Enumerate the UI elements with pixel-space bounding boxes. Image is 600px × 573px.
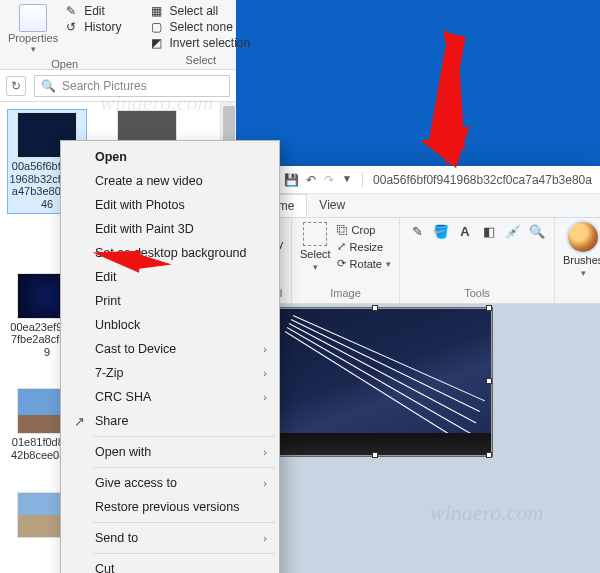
menu-edit-paint3d[interactable]: Edit with Paint 3D (63, 217, 277, 241)
history-button[interactable]: ↺History (66, 20, 121, 34)
search-icon: 🔍 (41, 79, 56, 93)
resize-icon: ⤢ (337, 240, 346, 253)
properties-icon (19, 4, 47, 32)
eyedropper-tool-icon[interactable]: 💉 (504, 222, 522, 240)
properties-label: Properties (8, 32, 58, 44)
menu-7zip[interactable]: 7-Zip› (63, 361, 277, 385)
menu-divider (93, 467, 275, 468)
select-all-button[interactable]: ▦Select all (151, 4, 250, 18)
search-placeholder: Search Pictures (62, 79, 147, 93)
pencil-tool-icon[interactable]: ✎ (408, 222, 426, 240)
chevron-right-icon: › (263, 367, 267, 379)
menu-open-with[interactable]: Open with› (63, 440, 277, 464)
paint-image[interactable] (262, 308, 492, 456)
fill-tool-icon[interactable]: 🪣 (432, 222, 450, 240)
invert-selection-button[interactable]: ◩Invert selection (151, 36, 250, 50)
menu-send-to[interactable]: Send to› (63, 526, 277, 550)
search-input[interactable]: 🔍 Search Pictures (34, 75, 230, 97)
menu-cut[interactable]: Cut (63, 557, 277, 573)
resize-handle[interactable] (486, 452, 492, 458)
redo-icon[interactable]: ↷ (324, 173, 334, 187)
pencil-icon: ✎ (66, 4, 80, 18)
edit-button[interactable]: ✎Edit (66, 4, 121, 18)
ribbon-group-select: ▦Select all ▢Select none ◩Invert selecti… (151, 4, 250, 67)
history-icon: ↺ (66, 20, 80, 34)
refresh-button[interactable]: ↻ (6, 76, 26, 96)
chevron-right-icon: › (263, 477, 267, 489)
resize-button[interactable]: ⤢Resize (337, 240, 391, 253)
menu-divider (93, 553, 275, 554)
select-none-icon: ▢ (151, 20, 165, 34)
paint-titlebar[interactable]: ▾ 💾 ↶ ↷ ▼ 00a56f6bf0f941968b32cf0ca7a47b… (258, 166, 600, 194)
paint-ribbon: ut opy ard Select ▾ ⿻Crop ⤢Resize ⟳Rotat… (258, 218, 600, 304)
magnifier-tool-icon[interactable]: 🔍 (528, 222, 546, 240)
paint-canvas-area[interactable] (258, 304, 600, 573)
crop-icon: ⿻ (337, 224, 348, 236)
undo-icon[interactable]: ↶ (306, 173, 316, 187)
ribbon-group-open: Properties ▾ ✎Edit ↺History Open (8, 4, 121, 67)
rotate-icon: ⟳ (337, 257, 346, 270)
annotation-arrow (400, 30, 480, 170)
properties-button[interactable]: Properties ▾ (8, 4, 58, 54)
select-button[interactable]: Select ▾ (300, 222, 331, 272)
customize-icon[interactable]: ▼ (342, 173, 352, 187)
select-all-icon: ▦ (151, 4, 165, 18)
save-icon[interactable]: 💾 (284, 173, 298, 187)
invert-icon: ◩ (151, 36, 165, 50)
tools-grid: ✎ 🪣 A ◧ 💉 🔍 (408, 222, 546, 240)
menu-create-video[interactable]: Create a new video (63, 169, 277, 193)
eraser-tool-icon[interactable]: ◧ (480, 222, 498, 240)
group-label-select: Select (186, 54, 217, 66)
menu-crc-sha[interactable]: CRC SHA› (63, 385, 277, 409)
ribbon-group-tools: ✎ 🪣 A ◧ 💉 🔍 Tools (400, 218, 555, 303)
group-label-open: Open (51, 58, 78, 70)
share-icon: ↗ (71, 413, 87, 429)
menu-unblock[interactable]: Unblock (63, 313, 277, 337)
crop-button[interactable]: ⿻Crop (337, 224, 391, 236)
paint-window: ▾ 💾 ↶ ↷ ▼ 00a56f6bf0f941968b32cf0ca7a47b… (258, 166, 600, 573)
select-icon (303, 222, 327, 246)
menu-give-access[interactable]: Give access to› (63, 471, 277, 495)
resize-handle[interactable] (372, 452, 378, 458)
chevron-right-icon: › (263, 343, 267, 355)
ribbon-group-image: Select ▾ ⿻Crop ⤢Resize ⟳Rotate ▾ Image (292, 218, 400, 303)
resize-handle[interactable] (372, 305, 378, 311)
menu-open[interactable]: Open (63, 145, 277, 169)
menu-share[interactable]: ↗Share (63, 409, 277, 433)
menu-edit-photos[interactable]: Edit with Photos (63, 193, 277, 217)
paint-tabs: ome View (258, 194, 600, 218)
chevron-right-icon: › (263, 391, 267, 403)
brushes-icon (568, 222, 598, 252)
rotate-button[interactable]: ⟳Rotate ▾ (337, 257, 391, 270)
resize-handle[interactable] (486, 305, 492, 311)
paint-title: 00a56f6bf0f941968b32cf0ca7a47b3e80adf046… (373, 173, 592, 187)
text-tool-icon[interactable]: A (456, 222, 474, 240)
tab-view[interactable]: View (307, 194, 357, 217)
resize-handle[interactable] (486, 378, 492, 384)
menu-divider (93, 522, 275, 523)
menu-print[interactable]: Print (63, 289, 277, 313)
menu-divider (93, 436, 275, 437)
svg-marker-0 (92, 250, 172, 275)
refresh-icon: ↻ (11, 79, 21, 93)
ribbon-group-brushes: Brushes ▾ (555, 218, 600, 303)
menu-cast[interactable]: Cast to Device› (63, 337, 277, 361)
explorer-ribbon: Properties ▾ ✎Edit ↺History Open ▦Select… (0, 0, 236, 70)
context-menu: Open Create a new video Edit with Photos… (60, 140, 280, 573)
annotation-arrow (92, 250, 172, 280)
chevron-right-icon: › (263, 532, 267, 544)
brushes-button[interactable]: Brushes ▾ (563, 222, 600, 278)
select-none-button[interactable]: ▢Select none (151, 20, 250, 34)
chevron-right-icon: › (263, 446, 267, 458)
menu-restore[interactable]: Restore previous versions (63, 495, 277, 519)
explorer-toolbar: ↻ 🔍 Search Pictures (0, 70, 236, 102)
